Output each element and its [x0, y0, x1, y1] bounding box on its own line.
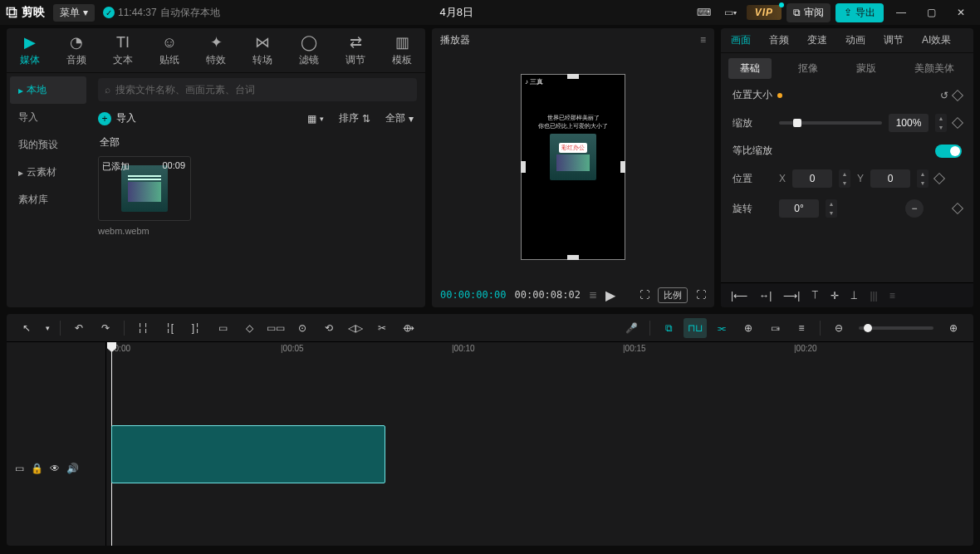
filter-all-button[interactable]: 全部 ▾: [382, 110, 417, 127]
mirror-button[interactable]: ◁▷: [344, 318, 367, 338]
subtab-basic[interactable]: 基础: [728, 58, 772, 79]
close-button[interactable]: ✕: [948, 7, 973, 18]
resize-handle-right[interactable]: [620, 161, 625, 173]
select-similar-button[interactable]: ▭▭: [264, 318, 287, 338]
split-left-button[interactable]: ╎[: [158, 318, 181, 338]
split-right-button[interactable]: ]╎: [184, 318, 208, 338]
align-center-h-icon[interactable]: ↔|: [759, 290, 772, 302]
pointer-tool[interactable]: ↖: [15, 318, 38, 338]
tab-adjust[interactable]: ⇄调节: [335, 33, 376, 67]
tab-filter[interactable]: ◯滤镜: [288, 33, 330, 67]
magnet-button[interactable]: ⊓⊔: [684, 318, 707, 338]
clip-thumbnail[interactable]: 已添加 00:09: [98, 156, 191, 221]
equal-scale-toggle[interactable]: [935, 145, 962, 158]
scale-value[interactable]: 100%: [889, 114, 929, 132]
resize-handle-top[interactable]: [567, 74, 579, 79]
y-stepper[interactable]: ▲▼: [917, 169, 929, 188]
tab-text[interactable]: TI文本: [102, 34, 144, 67]
keyframe-icon[interactable]: [952, 203, 963, 214]
review-button[interactable]: ⧉ 审阅: [786, 3, 831, 22]
video-frame[interactable]: ♪ 三真 世界已经那样美丽了你也已经比上可爱的大小了 彩红办公: [521, 74, 625, 260]
mic-button[interactable]: 🎤: [620, 318, 643, 338]
delete-button[interactable]: ▭: [211, 318, 234, 338]
play-button[interactable]: ▶: [605, 287, 615, 303]
align-bottom-icon[interactable]: ⟘: [850, 290, 858, 302]
layout-icon[interactable]: ▭▾: [720, 3, 742, 22]
tab-audio[interactable]: ◔音频: [56, 33, 97, 67]
minimize-button[interactable]: —: [889, 7, 914, 18]
prop-tab-anim[interactable]: 动画: [845, 33, 865, 47]
y-value[interactable]: 0: [870, 169, 910, 188]
menu-button[interactable]: 菜单 ▾: [53, 4, 95, 22]
zoom-out-button[interactable]: ⊖: [827, 318, 850, 338]
x-stepper[interactable]: ▲▼: [839, 169, 850, 188]
list-icon[interactable]: ≣: [589, 289, 597, 301]
export-button[interactable]: ⇪ 导出: [835, 3, 884, 22]
view-mode-button[interactable]: ▦▾: [304, 111, 327, 126]
pointer-dropdown[interactable]: ▾: [42, 318, 53, 338]
media-clip[interactable]: 已添加 00:09 webm.webm: [98, 156, 191, 236]
aspect-ratio-button[interactable]: 比例: [658, 287, 688, 303]
tab-transition[interactable]: ⋈转场: [242, 33, 283, 67]
mute-icon[interactable]: 🔊: [66, 463, 79, 474]
prop-tab-picture[interactable]: 画面: [731, 33, 751, 47]
smart-cut-button[interactable]: ⟴: [397, 318, 420, 338]
crop-button[interactable]: ✂: [370, 318, 394, 338]
player-stage[interactable]: ♪ 三真 世界已经那样美丽了你也已经比上可爱的大小了 彩红办公: [432, 51, 714, 282]
tab-effect[interactable]: ✦特效: [195, 33, 237, 67]
reverse-button[interactable]: ⟲: [317, 318, 341, 338]
resize-handle-bottom[interactable]: [567, 255, 579, 260]
magnet-main-button[interactable]: ⧉: [657, 318, 680, 338]
timeline-ruler[interactable]: 00:00 |00:05 |00:10 |00:15 |00:20: [106, 342, 973, 359]
align-right-icon[interactable]: ⟶|: [783, 290, 800, 302]
timeline-tracks[interactable]: 00:00 |00:05 |00:10 |00:15 |00:20 封面: [106, 342, 973, 546]
rotate-value[interactable]: 0°: [779, 199, 819, 218]
sidebar-item-cloud[interactable]: ▸云素材: [10, 159, 86, 186]
zoom-slider[interactable]: [859, 326, 933, 330]
undo-button[interactable]: ↶: [67, 318, 91, 338]
prop-tab-ai[interactable]: AI效果: [922, 33, 951, 47]
snap-button[interactable]: ⊕: [737, 318, 760, 338]
align-top-icon[interactable]: ⟙: [811, 290, 819, 302]
prop-tab-audio[interactable]: 音频: [769, 33, 789, 47]
marker-button[interactable]: ◇: [238, 318, 261, 338]
zoom-in-button[interactable]: ⊕: [942, 318, 965, 338]
rotate-stepper[interactable]: ▲▼: [826, 199, 837, 218]
track-height-button[interactable]: ≡: [790, 318, 813, 338]
canvas-size-icon[interactable]: ⛶: [639, 289, 649, 301]
sidebar-item-import[interactable]: 导入: [10, 104, 86, 131]
tab-sticker[interactable]: ☺贴纸: [149, 34, 190, 67]
eye-icon[interactable]: 👁: [50, 463, 60, 474]
scale-slider[interactable]: [779, 121, 882, 125]
collapse-icon[interactable]: ▭: [15, 463, 24, 474]
x-value[interactable]: 0: [792, 169, 832, 188]
subtab-cutout[interactable]: 抠像: [786, 58, 830, 79]
sidebar-item-local[interactable]: ▸本地: [10, 76, 86, 104]
sidebar-item-library[interactable]: 素材库: [10, 186, 86, 213]
subtab-mask[interactable]: 蒙版: [845, 58, 888, 79]
keyframe-icon[interactable]: [952, 117, 963, 129]
split-button[interactable]: ╎╎: [131, 318, 154, 338]
sort-button[interactable]: 排序 ⇅: [336, 110, 374, 127]
vip-badge[interactable]: VIP: [747, 5, 782, 20]
player-menu-icon[interactable]: ≡: [700, 34, 706, 46]
fullscreen-icon[interactable]: ⛶: [696, 289, 706, 301]
tab-media[interactable]: ▶媒体: [9, 33, 51, 67]
lock-icon[interactable]: 🔒: [31, 463, 43, 474]
sidebar-item-presets[interactable]: 我的预设: [10, 131, 86, 159]
subtab-beauty[interactable]: 美颜美体: [903, 58, 966, 79]
search-input[interactable]: ⌕ 搜索文件名称、画面元素、台词: [98, 78, 417, 101]
scale-stepper[interactable]: ▲▼: [935, 114, 947, 132]
align-left-icon[interactable]: |⟵: [731, 290, 747, 302]
link-button[interactable]: ⫘: [710, 318, 733, 338]
align-center-v-icon[interactable]: ✛: [831, 290, 839, 302]
prop-tab-adjust[interactable]: 调节: [884, 33, 904, 47]
redo-button[interactable]: ↷: [94, 318, 117, 338]
tab-template[interactable]: ▥模板: [381, 33, 423, 67]
reset-icon[interactable]: ↺: [940, 90, 948, 101]
keyframe-icon[interactable]: [952, 89, 963, 101]
preview-button[interactable]: ▭̵: [763, 318, 786, 338]
import-button[interactable]: + 导入: [98, 111, 136, 125]
timeline-clip[interactable]: [111, 425, 385, 483]
flip-button[interactable]: −: [905, 199, 924, 218]
